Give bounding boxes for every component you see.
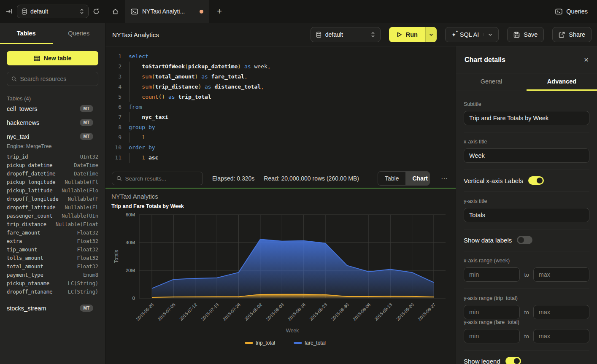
x-axis-title-input[interactable] xyxy=(464,148,589,163)
column-row[interactable]: dropoff_ntanameLC(String) xyxy=(7,288,98,296)
database-icon xyxy=(316,32,321,38)
x-axis-range-min-input[interactable] xyxy=(464,267,520,282)
run-options-caret[interactable] xyxy=(425,27,437,42)
column-row[interactable]: pickup_latitudeNullable(Flo xyxy=(7,186,98,195)
column-type: Nullable(Fl xyxy=(65,203,98,212)
column-row[interactable]: trip_idUInt32 xyxy=(7,153,98,161)
vertical-x-axis-labels-toggle[interactable] xyxy=(528,176,544,185)
new-tab-button[interactable]: + xyxy=(209,0,230,23)
svg-text:2015-08-16: 2015-08-16 xyxy=(287,302,307,322)
column-name: trip_distance xyxy=(7,220,46,229)
sidebar-search-input[interactable] xyxy=(20,75,94,82)
column-row[interactable]: dropoff_latitudeNullable(Fl xyxy=(7,203,98,212)
svg-text:20M: 20M xyxy=(126,268,135,273)
line-number: 11 xyxy=(110,153,122,163)
database-icon xyxy=(22,8,27,15)
queries-button[interactable]: Queries xyxy=(546,0,597,23)
results-chart: NYTaxi AnalyticsTrip and Fare Totals by … xyxy=(105,189,456,364)
new-table-button[interactable]: New table xyxy=(7,51,98,65)
table-name: cell_towers xyxy=(7,105,38,112)
column-row[interactable]: passenger_countNullable(UIn xyxy=(7,212,98,220)
run-button[interactable]: Run xyxy=(389,27,437,42)
column-type: UInt32 xyxy=(80,153,98,161)
editor-line: 9 1 xyxy=(110,132,456,143)
show-data-labels-toggle[interactable] xyxy=(517,236,532,244)
queries-icon xyxy=(555,8,562,15)
table-row[interactable]: hackernewsMT xyxy=(7,116,98,129)
sql-ai-button[interactable]: ✦ SQL AI xyxy=(445,27,499,42)
sidebar: Tables Queries New table Table xyxy=(0,23,105,364)
table-row[interactable]: stocks_streamMT xyxy=(7,301,98,315)
column-name: tolls_amount xyxy=(7,254,43,262)
share-button[interactable]: Share xyxy=(552,27,592,42)
y-axis-range-fare-total-joiner: to xyxy=(524,333,529,340)
line-code: count() as trip_total xyxy=(129,92,211,102)
column-name: dropoff_longitude xyxy=(7,195,59,203)
column-row[interactable]: extraFloat32 xyxy=(7,237,98,245)
svg-text:2015-08-02: 2015-08-02 xyxy=(243,302,263,322)
sql-ai-caret[interactable] xyxy=(484,33,492,36)
y-axis-title-input[interactable] xyxy=(464,208,589,222)
view-chart-button[interactable]: Chart xyxy=(405,172,430,185)
run-button-main[interactable]: Run xyxy=(389,27,425,42)
refresh-icon[interactable] xyxy=(93,8,100,15)
more-options-icon[interactable]: ⋯ xyxy=(439,175,450,183)
sidebar-search[interactable] xyxy=(7,72,98,86)
column-row[interactable]: dropoff_longitudeNullable(F xyxy=(7,195,98,203)
sidebar-tab-tables[interactable]: Tables xyxy=(0,23,53,44)
column-row[interactable]: total_amountFloat32 xyxy=(7,262,98,271)
results-search[interactable] xyxy=(112,172,203,185)
column-row[interactable]: tolls_amountFloat32 xyxy=(7,254,98,262)
view-table-button[interactable]: Table xyxy=(378,172,405,185)
column-row[interactable]: pickup_ntanameLC(String) xyxy=(7,279,98,288)
column-row[interactable]: payment_typeEnum8 xyxy=(7,271,98,279)
column-name: dropoff_datetime xyxy=(7,170,56,178)
y-axis-range-trip-total-min-input[interactable] xyxy=(464,305,520,319)
y-axis-range-trip-total-max-input[interactable] xyxy=(533,305,589,319)
engine-badge: MT xyxy=(80,133,93,140)
column-row[interactable]: trip_distanceNullable(Float xyxy=(7,220,98,229)
x-axis-range-max-input[interactable] xyxy=(533,267,589,282)
database-selector[interactable]: default xyxy=(17,5,89,18)
toolbar-database-selector[interactable]: default xyxy=(311,27,381,42)
results-search-input[interactable] xyxy=(125,175,198,182)
close-icon[interactable]: × xyxy=(584,55,589,65)
y-axis-range-fare-total-max-input[interactable] xyxy=(533,329,589,343)
table-row[interactable]: nyc_taxiMT xyxy=(7,129,98,143)
y-axis-range-fare-total-group: y-axis range (fare_total)to xyxy=(464,319,589,343)
y-axis-labels: 020M40M60M xyxy=(126,212,135,301)
tab-general[interactable]: General xyxy=(456,73,527,91)
column-type: Nullable(Fl xyxy=(65,178,98,186)
column-type: Float32 xyxy=(77,229,98,237)
subtitle-input-group: Subtitle xyxy=(464,101,589,125)
column-row[interactable]: tip_amountFloat32 xyxy=(7,245,98,254)
table-row[interactable]: cell_towersMT xyxy=(7,102,98,116)
editor-line: 5 count() as trip_total xyxy=(110,92,456,102)
y-axis-range-fare-total-min-input[interactable] xyxy=(464,329,520,343)
column-row[interactable]: pickup_longitudeNullable(Fl xyxy=(7,178,98,186)
sql-editor[interactable]: 1select2 toStartOfWeek(pickup_datetime) … xyxy=(105,46,456,169)
collapse-sidebar-icon[interactable] xyxy=(6,8,13,14)
column-row[interactable]: dropoff_datetimeDateTime xyxy=(7,170,98,178)
line-code: sum(total_amount) as fare_total, xyxy=(129,72,248,82)
column-row[interactable]: pickup_datetimeDateTime xyxy=(7,161,98,170)
line-number: 8 xyxy=(110,122,122,132)
query-tab[interactable]: NYTaxi Analyti... xyxy=(125,0,209,23)
tab-advanced[interactable]: Advanced xyxy=(527,73,597,91)
y-axis-title-input-group: y-axis title xyxy=(464,198,589,222)
search-icon xyxy=(116,175,122,181)
editor-line: 6from xyxy=(110,102,456,112)
subtitle-input[interactable] xyxy=(464,111,589,125)
engine-badge: MT xyxy=(80,305,93,312)
legend-item-trip_total[interactable]: trip_total xyxy=(245,340,275,346)
sidebar-tab-queries[interactable]: Queries xyxy=(53,23,105,44)
save-button[interactable]: Save xyxy=(507,27,544,42)
legend-item-fare_total[interactable]: fare_total xyxy=(294,340,326,346)
y-axis-range-trip-total-group: y-axis range (trip_total)to xyxy=(464,295,589,319)
home-button[interactable] xyxy=(105,0,125,23)
column-row[interactable]: fare_amountFloat32 xyxy=(7,229,98,237)
toolbar-database-value: default xyxy=(325,31,367,38)
show-legend-toggle-label: Show legend xyxy=(464,358,500,364)
sparkles-icon: ✦ xyxy=(451,32,456,38)
show-legend-toggle[interactable] xyxy=(505,357,521,364)
